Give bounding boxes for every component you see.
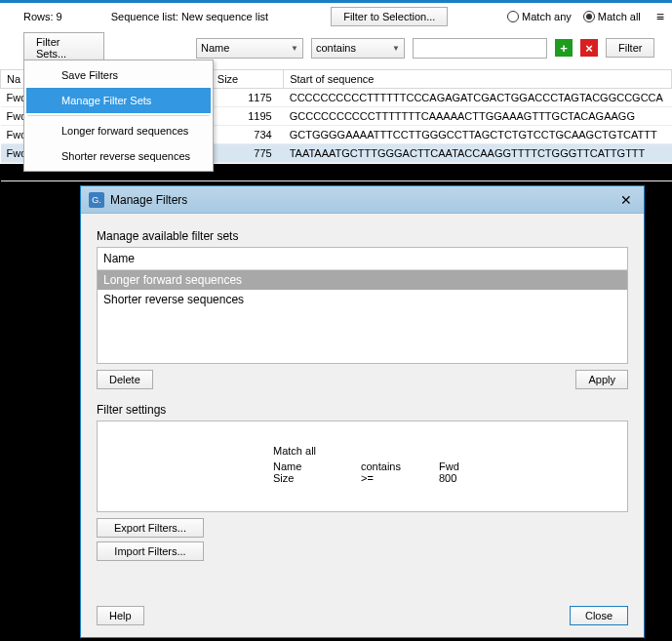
delete-button[interactable]: Delete <box>97 370 153 389</box>
filter-value-input[interactable] <box>413 38 547 59</box>
match-all-radio[interactable]: Match all <box>583 11 641 22</box>
listbox-header[interactable]: Name <box>98 248 627 270</box>
list-item[interactable]: Longer forward sequences <box>98 270 627 290</box>
menu-longer-forward[interactable]: Longer forward sequences <box>26 118 211 143</box>
settings-icon[interactable]: ≡ <box>656 9 664 24</box>
close-icon[interactable]: ✕ <box>616 190 636 210</box>
seqlist-label: Sequence list: New sequence list <box>111 11 268 22</box>
dialog-titlebar[interactable]: G. Manage Filters ✕ <box>81 186 644 214</box>
filter-settings-box: Match all NamecontainsFwdSize>=800 <box>97 421 628 512</box>
match-any-label: Match any <box>522 11 572 22</box>
list-item[interactable]: Shorter reverse sequences <box>98 290 627 309</box>
filter-rule: Size>=800 <box>273 472 627 484</box>
match-any-radio[interactable]: Match any <box>507 11 572 22</box>
filter-sets-menu: Save Filters Manage Filter Sets Longer f… <box>23 60 214 172</box>
rows-label: Rows: 9 <box>23 11 62 22</box>
filter-rule: NamecontainsFwd <box>273 461 627 472</box>
manage-label: Manage available filter sets <box>97 229 628 243</box>
remove-filter-icon[interactable]: × <box>580 39 598 57</box>
add-filter-icon[interactable]: + <box>555 39 573 57</box>
toolbar-row1: Rows: 9 Sequence list: New sequence list… <box>0 3 672 30</box>
menu-manage-filter-sets[interactable]: Manage Filter Sets <box>26 88 211 113</box>
export-filters-button[interactable]: Export Filters... <box>97 518 204 538</box>
close-button[interactable]: Close <box>570 606 628 625</box>
dialog-title: Manage Filters <box>110 193 616 207</box>
col-size[interactable]: Size <box>211 70 283 89</box>
import-filters-button[interactable]: Import Filters... <box>97 541 204 561</box>
menu-shorter-reverse[interactable]: Shorter reverse sequences <box>26 143 211 169</box>
match-all-label: Match all <box>598 11 641 22</box>
settings-match: Match all <box>273 445 361 457</box>
menu-save-filters[interactable]: Save Filters <box>26 62 211 88</box>
help-button[interactable]: Help <box>97 606 144 625</box>
filter-sets-listbox[interactable]: Name Longer forward sequencesShorter rev… <box>97 247 628 364</box>
settings-label: Filter settings <box>97 403 628 417</box>
manage-filters-dialog: G. Manage Filters ✕ Manage available fil… <box>80 185 645 638</box>
col-start[interactable]: Start of sequence <box>284 70 672 89</box>
filter-button[interactable]: Filter <box>606 38 654 58</box>
apply-button[interactable]: Apply <box>575 370 628 389</box>
main-panel: Rows: 9 Sequence list: New sequence list… <box>0 0 672 164</box>
chevron-down-icon: ▼ <box>392 44 400 53</box>
app-icon: G. <box>89 192 104 208</box>
operator-select[interactable]: contains ▼ <box>311 38 405 59</box>
field-select[interactable]: Name ▼ <box>196 38 303 59</box>
chevron-down-icon: ▼ <box>291 44 298 53</box>
menu-separator <box>27 115 210 116</box>
filter-to-selection-button[interactable]: Filter to Selection... <box>331 7 448 26</box>
